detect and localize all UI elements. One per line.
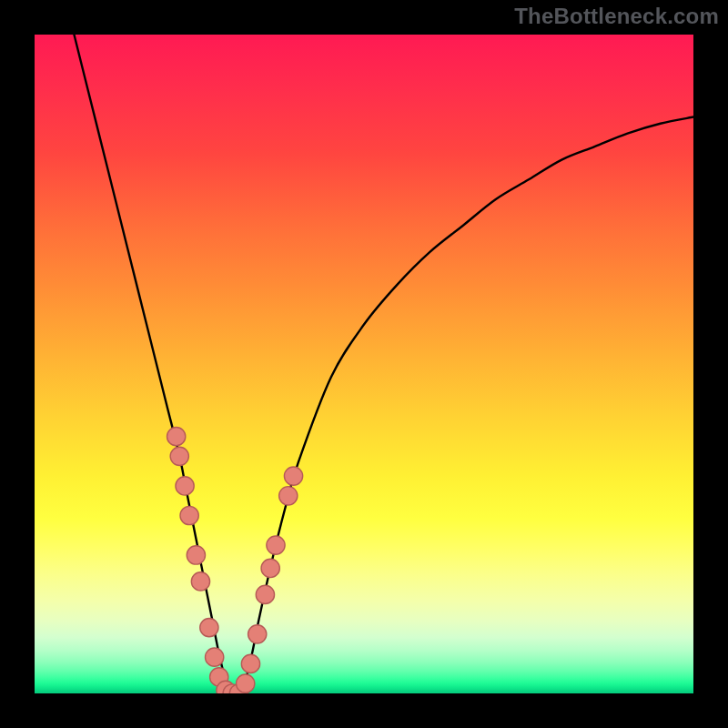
data-markers: [167, 428, 303, 694]
data-marker: [241, 654, 259, 672]
watermark-text: TheBottleneck.com: [514, 4, 719, 29]
plot-area: [35, 35, 693, 693]
chart-overlay: [35, 35, 693, 693]
data-marker: [237, 674, 255, 693]
bottleneck-curve: [74, 35, 693, 693]
data-marker: [176, 477, 194, 495]
data-marker: [279, 487, 298, 505]
data-marker: [261, 559, 279, 577]
data-marker: [206, 648, 224, 666]
chart-container: TheBottleneck.com: [0, 0, 728, 728]
data-marker: [180, 506, 198, 524]
data-marker: [256, 585, 274, 603]
data-marker: [267, 536, 285, 554]
data-marker: [191, 572, 209, 591]
data-marker: [187, 546, 205, 564]
data-marker: [167, 428, 186, 446]
data-marker: [170, 447, 188, 465]
data-marker: [200, 618, 218, 636]
data-marker: [248, 625, 267, 643]
data-marker: [284, 467, 302, 485]
